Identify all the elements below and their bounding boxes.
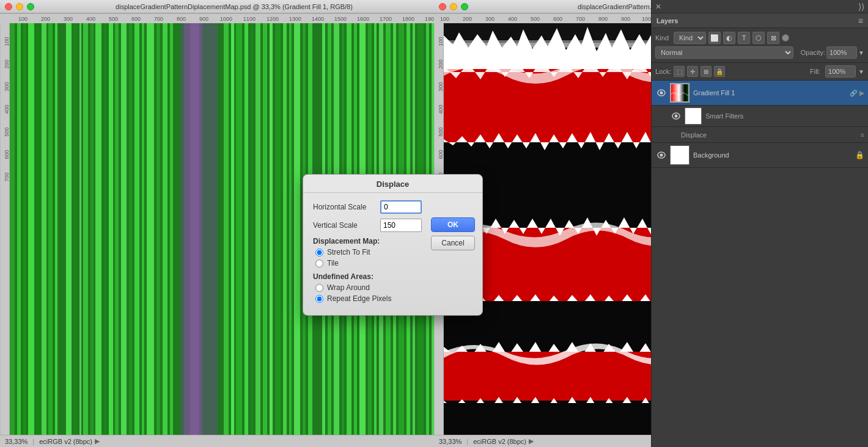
svg-text:600: 600 [131,16,141,22]
layers-panel-close[interactable]: ✕ [655,2,661,11]
repeat-edge-radio[interactable] [315,295,323,303]
lock-move-btn[interactable]: ✛ [687,66,698,77]
svg-text:600: 600 [553,16,562,22]
layers-panel-title: Layers [657,17,678,24]
layer-item-background[interactable]: Background 🔒 [652,143,868,168]
smart-filter-btn[interactable]: ⊠ [767,32,779,44]
fill-arrow[interactable]: ▼ [858,68,864,75]
wrap-around-radio[interactable] [315,284,323,292]
layers-panel: ✕ ⟩⟩ Layers ≡ Kind Kind ⬜ ◐ T ⬡ ⊠ Normal [651,0,868,447]
svg-text:800: 800 [598,16,608,22]
svg-rect-60 [236,23,242,435]
color-filter-btn[interactable] [782,34,789,42]
svg-rect-53 [142,23,144,435]
layers-panel-expand[interactable]: ⟩⟩ [858,2,864,12]
layer-name-gradient: Gradient Fill 1 [693,89,850,96]
fill-input[interactable] [825,65,856,78]
svg-text:1200: 1200 [267,16,279,22]
thumb-smart-filters [685,107,702,125]
layers-menu-icon[interactable]: ≡ [858,16,863,26]
minimize-btn-right[interactable] [450,3,457,10]
svg-text:300: 300 [4,82,10,91]
svg-rect-69 [294,23,300,435]
svg-text:100: 100 [438,37,444,46]
svg-rect-33 [37,23,40,435]
svg-text:500: 500 [109,16,118,22]
displace-dialog: Displace OK Cancel Horizontal Scale Vert… [303,174,483,316]
svg-rect-68 [289,23,292,435]
dialog-titlebar: Displace [303,175,482,193]
smart-filters-name: Smart Filters [705,112,864,120]
adjustment-filter-btn[interactable]: ◐ [723,32,735,44]
svg-text:800: 800 [177,16,186,22]
lock-artboard-btn[interactable]: ⊞ [701,66,712,77]
close-btn-right[interactable] [439,3,446,10]
kind-select[interactable]: Kind [674,32,706,44]
cancel-button[interactable]: Cancel [431,236,475,250]
displace-options-icon[interactable]: ≡ [861,131,864,139]
stretch-to-fit-label[interactable]: Stretch To Fit [327,248,370,256]
left-ruler-vertical: 100 200 300 400 500 600 700 [0,23,10,435]
svg-text:100: 100 [4,37,10,46]
tile-label[interactable]: Tile [327,259,339,267]
layer-options-gradient: 🔗 [850,90,857,96]
svg-text:500: 500 [4,127,10,136]
horizontal-scale-input[interactable] [380,200,422,214]
svg-rect-31 [23,23,26,435]
opacity-arrow[interactable]: ▼ [858,49,864,56]
opacity-label: Opacity: [801,49,825,56]
visibility-smart-filters[interactable] [670,112,682,120]
stretch-radio[interactable] [315,249,323,256]
tile-row: Tile [313,259,473,267]
svg-rect-57 [170,23,173,435]
svg-text:400: 400 [4,104,10,114]
wrap-around-label[interactable]: Wrap Around [327,283,370,292]
minimize-btn-left[interactable] [16,3,23,10]
svg-rect-38 [66,23,72,435]
lock-pixels-btn[interactable]: ⬚ [674,66,685,77]
tile-radio[interactable] [315,260,323,267]
left-color-profile: eciRGB v2 (8bpc) [39,438,92,445]
svg-text:700: 700 [154,16,163,22]
displace-filter-name: Displace [681,131,861,139]
svg-text:100: 100 [18,16,28,22]
maximize-btn-right[interactable] [461,3,468,10]
kind-label: Kind [655,34,669,42]
horizontal-scale-row: Horizontal Scale [313,200,473,214]
pixel-filter-btn[interactable]: ⬜ [708,32,721,44]
left-window-buttons [5,3,34,10]
svg-text:400: 400 [86,16,95,22]
svg-rect-132 [671,84,690,103]
svg-text:1800: 1800 [402,16,414,22]
svg-text:500: 500 [531,16,540,22]
dialog-buttons: OK Cancel [431,217,475,250]
shape-filter-btn[interactable]: ⬡ [752,32,765,44]
vertical-scale-label: Vertical Scale [313,221,380,230]
svg-rect-63 [256,23,260,435]
vertical-scale-input[interactable] [380,219,422,232]
lock-all-btn[interactable]: 🔒 [714,66,725,77]
svg-text:1400: 1400 [312,16,324,22]
type-filter-btn[interactable]: T [738,32,750,44]
layer-visibility-gradient[interactable] [655,89,668,96]
layers-mode-row: Normal Opacity: 100% ▼ [655,46,864,59]
layer-thumb-background [670,145,690,165]
opacity-input[interactable]: 100% [826,46,857,59]
layer-visibility-background[interactable] [655,151,668,159]
ok-button[interactable]: OK [431,217,475,232]
sub-layer-smart-filters[interactable]: Smart Filters [652,106,868,127]
layer-expand-icon[interactable]: ▶ [859,89,864,97]
sub-layer-displace[interactable]: Displace ≡ [652,127,868,143]
svg-text:100: 100 [440,16,449,22]
close-btn-left[interactable] [5,3,12,10]
blend-mode-select[interactable]: Normal [655,46,793,59]
lock-label: Lock: [655,68,671,75]
svg-rect-29 [10,23,15,435]
svg-rect-35 [48,23,53,435]
layers-kind-controls: Kind Kind ⬜ ◐ T ⬡ ⊠ Normal Opacity: 100%… [652,28,868,63]
maximize-btn-left[interactable] [27,3,34,10]
left-statusbar: 33,33% | eciRGB v2 (8bpc) ▶ [0,435,434,447]
svg-text:1100: 1100 [243,16,256,22]
repeat-edge-label[interactable]: Repeat Edge Pixels [327,294,391,303]
layer-item-gradient-fill[interactable]: Gradient Fill 1 🔗 ▶ [652,81,868,106]
